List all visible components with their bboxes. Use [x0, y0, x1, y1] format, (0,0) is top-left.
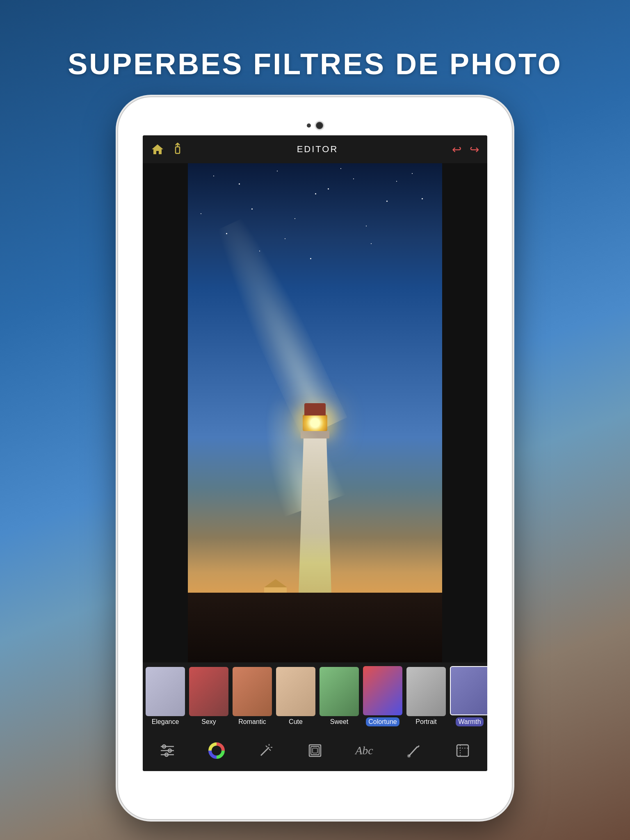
ipad-frame: EDITOR ↩ ↪	[118, 97, 512, 819]
lighthouse-wrapper	[294, 403, 336, 603]
tool-brush[interactable]	[401, 738, 426, 763]
tool-adjust[interactable]	[155, 738, 180, 763]
filter-label-cute: Cute	[289, 718, 303, 726]
tool-layers[interactable]	[303, 738, 327, 763]
svg-rect-14	[311, 746, 319, 755]
filter-label-warmth: Warmth	[456, 717, 483, 726]
filter-item-romantic[interactable]: Romantic	[231, 667, 273, 726]
top-bar: EDITOR ↩ ↪	[143, 135, 487, 163]
filter-item-colortune[interactable]: Colortune	[362, 666, 404, 726]
filter-thumb-elegance	[146, 667, 185, 716]
photo-container	[143, 163, 487, 662]
filter-thumb-sweet	[320, 667, 359, 716]
camera-dot	[316, 122, 323, 129]
filter-item-sexy[interactable]: Sexy	[188, 667, 230, 726]
svg-point-16	[407, 754, 411, 758]
side-panel-left	[143, 163, 188, 662]
sliders-icon	[159, 743, 176, 758]
brush-icon	[406, 743, 421, 758]
palette-icon	[208, 742, 225, 759]
svg-line-12	[269, 749, 271, 751]
filter-thumb-sexy	[189, 667, 228, 716]
bottom-toolbar: Abc	[143, 730, 487, 771]
filter-strip[interactable]: Elegance Sexy Romantic Cute Sweet Colort	[143, 662, 487, 730]
lighthouse-top	[304, 403, 326, 415]
svg-rect-15	[313, 748, 317, 753]
filter-label-sweet: Sweet	[330, 718, 348, 726]
top-bar-left	[151, 143, 183, 156]
tool-crop[interactable]	[450, 738, 475, 763]
filter-label-sexy: Sexy	[201, 718, 216, 726]
tool-effects[interactable]	[253, 738, 278, 763]
filter-thumb-romantic	[233, 667, 272, 716]
page-header: SUPERBES FILTRES DE PHOTO	[0, 0, 630, 97]
text-icon-label: Abc	[355, 744, 373, 757]
svg-line-11	[266, 746, 267, 747]
filter-label-portrait: Portrait	[415, 718, 437, 726]
layers-icon	[307, 742, 323, 759]
camera-small-dot	[307, 123, 311, 128]
lighthouse-body	[299, 438, 331, 594]
tool-text[interactable]: Abc	[352, 738, 377, 763]
redo-icon[interactable]: ↪	[470, 143, 479, 156]
filter-item-cute[interactable]: Cute	[275, 667, 317, 726]
side-panel-right	[442, 163, 487, 662]
stars-layer	[188, 163, 442, 413]
crop-icon	[455, 743, 470, 758]
building-roof	[264, 579, 287, 587]
app-screen: EDITOR ↩ ↪	[143, 135, 487, 771]
filter-item-elegance[interactable]: Elegance	[144, 667, 186, 726]
filter-thumb-cute	[276, 667, 315, 716]
undo-icon[interactable]: ↩	[452, 143, 461, 156]
photo-area	[188, 163, 442, 662]
svg-rect-0	[176, 147, 180, 153]
filter-label-elegance: Elegance	[152, 718, 179, 726]
filter-label-romantic: Romantic	[238, 718, 266, 726]
top-bar-title: EDITOR	[183, 144, 452, 155]
camera-area	[118, 122, 512, 129]
filter-item-sweet[interactable]: Sweet	[318, 667, 360, 726]
share-icon[interactable]	[172, 143, 183, 156]
page-title: SUPERBES FILTRES DE PHOTO	[68, 47, 562, 81]
filter-thumb-colortune	[363, 666, 402, 715]
light-beam-effect	[245, 386, 346, 517]
filter-label-colortune: Colortune	[366, 717, 399, 726]
filter-item-warmth[interactable]: Warmth	[449, 666, 487, 726]
svg-line-8	[261, 747, 269, 756]
filter-thumb-portrait	[406, 667, 446, 716]
filter-item-portrait[interactable]: Portrait	[405, 667, 447, 726]
ground-layer	[188, 593, 442, 662]
filter-thumb-warmth	[450, 666, 487, 715]
tool-palette[interactable]	[204, 738, 229, 763]
home-icon[interactable]	[151, 144, 164, 155]
svg-rect-17	[457, 745, 468, 756]
wand-icon	[258, 742, 274, 759]
top-bar-right: ↩ ↪	[452, 143, 479, 156]
